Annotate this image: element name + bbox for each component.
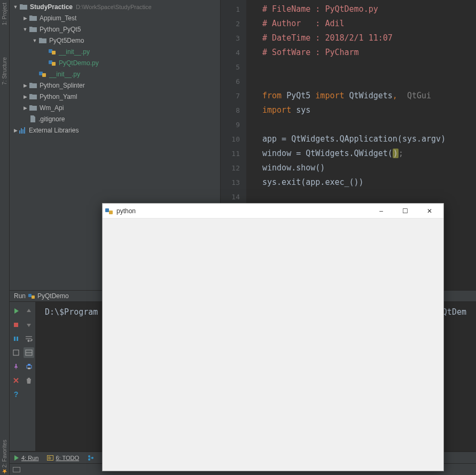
- tree-root-label: StudyPractice: [30, 3, 73, 11]
- stop-button[interactable]: [11, 320, 21, 330]
- python-icon: [105, 207, 113, 215]
- folder-icon: [19, 3, 28, 11]
- run-config-name: PyQtDemo: [37, 292, 69, 300]
- tree-item[interactable]: PyQtDemo.py: [10, 57, 220, 68]
- project-tool-tab[interactable]: 1: Project: [2, 3, 7, 25]
- pin-button[interactable]: [11, 361, 21, 372]
- bottom-todo-tab[interactable]: 6: TODO: [47, 455, 79, 461]
- tree-item-label: PyQt5Demo: [49, 37, 84, 44]
- tree-item-label: __init__.py: [49, 71, 80, 78]
- trash-button[interactable]: [24, 375, 34, 386]
- svg-point-11: [88, 458, 90, 461]
- file-icon: [29, 115, 36, 123]
- python-window-title: python: [116, 207, 136, 215]
- close-button[interactable]: [11, 375, 21, 386]
- left-gutter: 1: Project 7: Structure ★2: Favorites: [0, 0, 10, 475]
- tree-item[interactable]: ▼PyQt5Demo: [10, 35, 220, 46]
- tree-item[interactable]: ▶Python_Yaml: [10, 91, 220, 102]
- tree-arrow-icon[interactable]: ▶: [21, 105, 29, 111]
- folder-icon: [29, 104, 37, 112]
- run-label: Run: [14, 292, 26, 300]
- bottom-vcs-tab[interactable]: [88, 455, 94, 461]
- bottom-run-tab[interactable]: 4: Run: [14, 455, 38, 461]
- status-icon[interactable]: [13, 467, 20, 472]
- tree-item-label: Appium_Test: [40, 14, 76, 22]
- svg-point-12: [91, 457, 93, 459]
- python-icon: [28, 292, 35, 300]
- python-file-icon: [38, 71, 47, 78]
- close-window-button[interactable]: ✕: [417, 204, 441, 219]
- svg-rect-8: [28, 368, 30, 369]
- python-file-icon: [48, 59, 57, 67]
- chevron-right-icon[interactable]: ▶: [12, 128, 19, 133]
- folder-icon: [29, 93, 37, 100]
- svg-rect-7: [28, 364, 30, 365]
- favorites-tool-tab[interactable]: ★2: Favorites: [1, 440, 9, 475]
- tree-item-label: Wm_Api: [40, 104, 64, 112]
- python-titlebar[interactable]: python – ☐ ✕: [103, 204, 443, 219]
- svg-rect-2: [17, 337, 18, 341]
- folder-icon: [29, 14, 37, 22]
- tree-item[interactable]: __init__.py: [10, 68, 220, 80]
- tree-arrow-icon[interactable]: ▶: [21, 15, 29, 21]
- tree-root-path: D:\WorkSpace\StudyPractice: [76, 4, 152, 10]
- tree-item-label: Python_Splinter: [40, 82, 85, 89]
- tree-arrow-icon[interactable]: ▼: [31, 38, 38, 43]
- folder-icon: [38, 37, 47, 44]
- scroll-to-end-button[interactable]: [11, 347, 21, 358]
- minimize-button[interactable]: –: [369, 204, 393, 219]
- maximize-button[interactable]: ☐: [393, 204, 417, 219]
- tree-item[interactable]: ▼Python_PyQt5: [10, 24, 220, 35]
- tree-item[interactable]: __init__.py: [10, 46, 220, 57]
- tree-arrow-icon[interactable]: ▼: [21, 27, 29, 32]
- print-button[interactable]: [24, 361, 34, 372]
- tree-root[interactable]: ▼ StudyPractice D:\WorkSpace\StudyPracti…: [10, 1, 220, 12]
- python-app-window[interactable]: python – ☐ ✕: [102, 203, 444, 471]
- svg-rect-1: [14, 337, 15, 341]
- chevron-down-icon[interactable]: ▼: [12, 4, 19, 10]
- up-button[interactable]: [24, 306, 34, 316]
- external-libraries-label: External Libraries: [29, 127, 79, 134]
- down-button[interactable]: [24, 320, 34, 330]
- tree-item[interactable]: .gitignore: [10, 113, 220, 124]
- svg-rect-3: [13, 350, 19, 355]
- svg-rect-0: [14, 323, 18, 327]
- python-window-client[interactable]: [103, 219, 443, 471]
- console-toolbar: ?: [10, 302, 35, 451]
- library-icon: [19, 127, 27, 134]
- tree-arrow-icon[interactable]: ▶: [21, 94, 29, 99]
- folder-icon: [29, 26, 37, 33]
- tree-arrow-icon[interactable]: ▶: [21, 83, 29, 88]
- svg-point-10: [88, 455, 90, 457]
- layout-button[interactable]: [24, 347, 34, 358]
- folder-icon: [29, 82, 37, 89]
- tree-item-label: Python_PyQt5: [40, 26, 81, 33]
- rerun-button[interactable]: [11, 306, 21, 316]
- tree-item-label: __init__.py: [59, 48, 90, 56]
- tree-item[interactable]: ▶Python_Splinter: [10, 80, 220, 91]
- structure-tool-tab[interactable]: 7: Structure: [2, 57, 7, 85]
- pause-button[interactable]: [11, 333, 21, 344]
- tree-item-label: Python_Yaml: [40, 93, 77, 100]
- soft-wrap-button[interactable]: [24, 333, 34, 344]
- tree-item[interactable]: ▶Wm_Api: [10, 102, 220, 113]
- help-button[interactable]: ?: [11, 389, 21, 400]
- tree-item[interactable]: ▶Appium_Test: [10, 12, 220, 24]
- python-file-icon: [48, 48, 57, 56]
- tree-item-label: .gitignore: [38, 115, 65, 123]
- tree-item-label: PyQtDemo.py: [59, 59, 99, 67]
- external-libraries[interactable]: ▶ External Libraries: [10, 124, 220, 136]
